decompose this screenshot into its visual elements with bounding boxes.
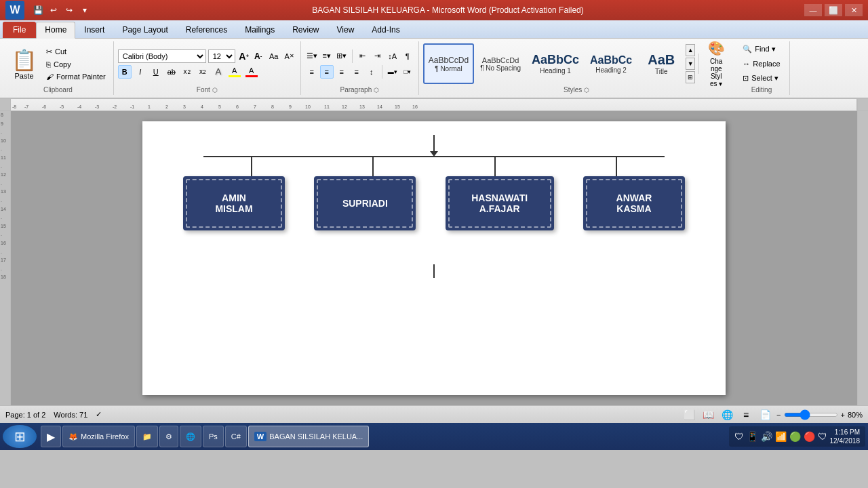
tab-mailings[interactable]: Mailings — [236, 22, 283, 38]
draft-btn[interactable]: 📄 — [757, 409, 772, 421]
save-quick-btn[interactable]: 💾 — [31, 3, 45, 17]
bold-button[interactable]: B — [118, 65, 132, 79]
taskbar-files-btn[interactable]: 📁 — [136, 426, 158, 447]
bullets-button[interactable]: ☰▾ — [305, 49, 319, 63]
tray-antivirus1[interactable]: 🛡 — [734, 431, 744, 442]
close-button[interactable]: ✕ — [845, 4, 863, 16]
page-scroll-area[interactable]: AMIN MISLAM SUPRIADI HASNAWATI A.FAJAR — [11, 111, 857, 405]
taskbar-photoshop-btn[interactable]: Ps — [203, 426, 224, 447]
replace-label: Replace — [753, 60, 780, 68]
node-anwar[interactable]: ANWAR KASMA — [583, 176, 685, 230]
align-right-button[interactable]: ≡ — [335, 65, 349, 79]
tray-network[interactable]: 📶 — [775, 431, 787, 442]
tray-sound[interactable]: 🔊 — [761, 431, 772, 442]
taskbar-browser-btn[interactable]: 🌐 — [180, 426, 201, 447]
customize-quick-btn[interactable]: ▾ — [78, 3, 92, 17]
line-spacing-button[interactable]: ↕ — [365, 65, 378, 79]
tab-page-layout[interactable]: Page Layout — [113, 22, 176, 38]
font-size-select[interactable]: 12 — [208, 49, 235, 63]
superscript-button[interactable]: x2 — [196, 65, 210, 79]
select-button[interactable]: ⊡ Select ▾ — [738, 72, 785, 85]
taskbar-csharp-btn[interactable]: C# — [225, 426, 247, 447]
shading-button[interactable]: ▬▾ — [386, 65, 399, 79]
web-layout-btn[interactable]: 🌐 — [719, 409, 734, 421]
start-button[interactable]: ⊞ — [3, 425, 37, 448]
align-left-button[interactable]: ≡ — [305, 65, 319, 79]
decrease-indent-button[interactable]: ⇤ — [356, 49, 370, 63]
styles-scroll-down[interactable]: ▼ — [686, 58, 695, 70]
sort-button[interactable]: ↕A — [386, 49, 399, 63]
style-normal-label: ¶ Normal — [435, 65, 462, 73]
taskbar-updater-btn[interactable]: ⚙ — [159, 426, 178, 447]
tray-green[interactable]: 🟢 — [789, 431, 801, 442]
para-controls: ☰▾ ≡▾ ⊞▾ ⇤ ⇥ ↕A ¶ ≡ ≡ ≡ ≡ ↕ — [305, 49, 414, 79]
find-button[interactable]: 🔍 Find ▾ — [738, 43, 785, 56]
tray-phone[interactable]: 📱 — [747, 431, 758, 442]
font-group: Calibri (Body) 12 A+ A- Aa A✕ B — [114, 41, 301, 95]
clear-formatting-button[interactable]: A✕ — [283, 49, 296, 63]
tray-antivirus3[interactable]: 🛡 — [818, 431, 827, 442]
change-styles-button[interactable]: 🎨 Change Styles ▾ — [703, 43, 730, 84]
multilevel-button[interactable]: ⊞▾ — [335, 49, 349, 63]
outline-btn[interactable]: ≡ — [738, 409, 753, 421]
underline-button[interactable]: U — [149, 65, 163, 79]
grow-font-button[interactable]: A+ — [237, 49, 251, 63]
zoom-plus[interactable]: + — [841, 411, 845, 419]
full-reading-btn[interactable]: 📖 — [701, 409, 715, 421]
style-title-preview: AaB — [648, 52, 675, 68]
increase-indent-button[interactable]: ⇥ — [371, 49, 384, 63]
align-center-button[interactable]: ≡ — [320, 65, 334, 79]
tab-add-ins[interactable]: Add-Ins — [363, 22, 408, 38]
cut-icon: ✂ — [46, 47, 52, 56]
style-no-spacing[interactable]: AaBbCcDd ¶ No Spacing — [475, 43, 526, 84]
strikethrough-button[interactable]: ab — [165, 65, 178, 79]
font-color-button[interactable]: A — [244, 66, 259, 77]
maximize-button[interactable]: ⬜ — [825, 4, 842, 16]
format-painter-button[interactable]: 🖌 Format Painter — [43, 71, 109, 82]
node-amin-mislam[interactable]: AMIN MISLAM — [183, 176, 285, 230]
cut-button[interactable]: ✂ Cut — [43, 46, 109, 58]
taskbar-media-btn[interactable]: ▶ — [41, 426, 61, 447]
tab-file[interactable]: File — [3, 22, 36, 38]
shrink-font-button[interactable]: A- — [252, 49, 265, 63]
styles-more[interactable]: ⊞ — [686, 71, 695, 83]
node-supriadi[interactable]: SUPRIADI — [314, 176, 416, 230]
tab-home[interactable]: Home — [36, 22, 75, 39]
print-layout-btn[interactable]: ⬜ — [682, 409, 696, 421]
zoom-slider[interactable] — [784, 413, 838, 417]
taskbar-word-btn[interactable]: W BAGAN SILSILAH KELUA... — [248, 426, 370, 447]
copy-button[interactable]: ⎘ Copy — [43, 59, 109, 70]
highlight-color-button[interactable]: A — [227, 66, 242, 77]
node-amin-line1: AMIN — [215, 192, 252, 203]
select-label: Select ▾ — [751, 74, 778, 83]
tab-references[interactable]: References — [177, 22, 236, 38]
text-effects-button[interactable]: A — [212, 65, 225, 79]
numbering-button[interactable]: ≡▾ — [320, 49, 334, 63]
redo-quick-btn[interactable]: ↪ — [62, 3, 76, 17]
taskbar-firefox-btn[interactable]: 🦊 Mozilla Firefox — [62, 426, 135, 447]
show-hide-button[interactable]: ¶ — [401, 49, 414, 63]
node-hasnawati[interactable]: HASNAWATI A.FAJAR — [446, 176, 554, 230]
justify-button[interactable]: ≡ — [350, 65, 363, 79]
replace-button[interactable]: ↔ Replace — [738, 58, 785, 70]
tab-review[interactable]: Review — [283, 22, 328, 38]
style-heading1[interactable]: AaBbCc Heading 1 — [527, 43, 584, 84]
style-normal[interactable]: AaBbCcDd ¶ Normal — [423, 43, 474, 84]
find-label: Find ▾ — [755, 45, 775, 54]
styles-scroll-up[interactable]: ▲ — [686, 44, 695, 56]
style-title[interactable]: AaB Title — [638, 43, 684, 84]
tab-view[interactable]: View — [328, 22, 363, 38]
zoom-minus[interactable]: − — [776, 411, 781, 419]
minimize-button[interactable]: — — [804, 4, 822, 16]
tray-antivirus2[interactable]: 🔴 — [804, 431, 815, 442]
node-hasnawati-line1: HASNAWATI — [471, 192, 528, 203]
undo-quick-btn[interactable]: ↩ — [47, 3, 60, 17]
change-case-button[interactable]: Aa — [267, 49, 281, 63]
tab-insert[interactable]: Insert — [75, 22, 113, 38]
subscript-button[interactable]: x2 — [180, 65, 194, 79]
borders-button[interactable]: □▾ — [401, 65, 414, 79]
paste-button[interactable]: 📋 Paste — [7, 46, 41, 82]
font-family-select[interactable]: Calibri (Body) — [118, 49, 206, 63]
style-heading2[interactable]: AaBbCc Heading 2 — [585, 43, 637, 84]
italic-button[interactable]: I — [134, 65, 147, 79]
